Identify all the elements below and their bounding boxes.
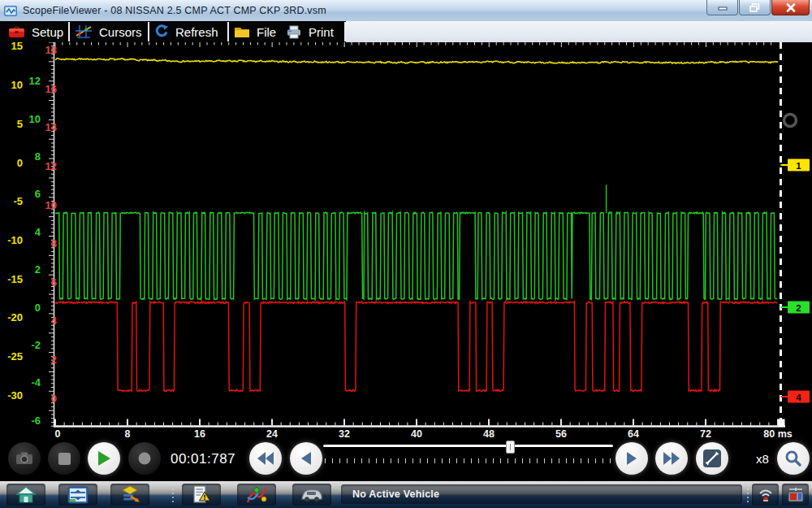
channel-marker-4[interactable]: 4 [781, 391, 810, 403]
close-button[interactable] [771, 0, 810, 15]
wireless-button[interactable] [752, 484, 779, 506]
svg-text:4: 4 [35, 226, 41, 238]
trace-channel-1 [55, 59, 778, 64]
data-graph-button[interactable] [237, 484, 276, 506]
playback-bar: 00:01:787 x8 [0, 439, 812, 481]
menu-refresh-label: Refresh [175, 25, 218, 39]
snapshot-button[interactable] [8, 442, 41, 475]
stop-icon [58, 452, 71, 466]
menu-print[interactable]: Print [286, 21, 334, 42]
menubar: Setup Cursors Refresh File [0, 21, 812, 42]
vehicle-status: No Active Vehicle [341, 484, 742, 504]
restore-icon [749, 3, 760, 12]
svg-text:10: 10 [29, 113, 41, 125]
fast-forward-button[interactable] [655, 442, 688, 475]
minimize-button[interactable] [706, 0, 738, 15]
svg-text:-10: -10 [7, 234, 23, 246]
right-icon [626, 451, 637, 466]
menu-cursors-label: Cursors [99, 25, 142, 39]
data-graph-icon [246, 486, 267, 504]
zoom-button[interactable] [777, 442, 810, 475]
menu-file[interactable]: File [234, 21, 276, 42]
x-tick-label: 0 [55, 428, 61, 439]
x-axis-labels: 08162432404856647280 ms [55, 428, 793, 439]
x-tick-label: 40 [411, 428, 422, 439]
trace-channel-4 [55, 302, 777, 391]
scope-display[interactable]: 08162432404856647280 ms151050-5-10-15-20… [0, 42, 812, 439]
menu-print-label: Print [309, 25, 334, 39]
svg-text:-25: -25 [7, 350, 23, 363]
svg-text:-4: -4 [31, 376, 41, 389]
double-left-icon [257, 451, 274, 466]
svg-text:-6: -6 [31, 415, 41, 427]
menu-file-label: File [257, 25, 276, 39]
record-button[interactable] [128, 442, 161, 475]
x-tick-label: 64 [628, 428, 639, 439]
svg-text:-30: -30 [7, 389, 23, 402]
vehicle-icon [300, 487, 323, 502]
svg-text:12: 12 [45, 160, 57, 172]
taskbar-separator-right [747, 484, 749, 505]
menu-setup-label: Setup [32, 25, 63, 39]
svg-text:0: 0 [35, 302, 41, 314]
connection-button[interactable] [782, 484, 809, 506]
scope-plot: 08162432404856647280 ms151050-5-10-15-20… [0, 42, 812, 439]
menu-setup[interactable]: Setup [8, 21, 63, 42]
y-axis-green-labels: 121086420-2-4-6 [29, 75, 41, 427]
print-icon [286, 25, 302, 39]
svg-text:-5: -5 [13, 195, 23, 207]
svg-text:10: 10 [45, 199, 57, 211]
double-right-icon [663, 451, 680, 466]
vehicle-status-text: No Active Vehicle [352, 488, 439, 500]
svg-text:18: 18 [45, 44, 57, 56]
step-back-button[interactable] [290, 442, 322, 475]
svg-text:14: 14 [45, 121, 58, 133]
step-forward-button[interactable] [615, 442, 648, 475]
play-button[interactable] [88, 442, 120, 475]
svg-text:5: 5 [17, 118, 23, 130]
playback-slider-track[interactable] [323, 445, 613, 447]
close-icon [786, 3, 796, 12]
trace-channel-2 [55, 212, 777, 299]
svg-text:4: 4 [796, 393, 801, 402]
channel-marker-2[interactable]: 2 [781, 302, 810, 314]
vehicle-button[interactable] [292, 484, 331, 506]
svg-text:2: 2 [35, 263, 41, 276]
menu-cursors[interactable]: Cursors [75, 21, 142, 42]
svg-text:8: 8 [35, 150, 41, 163]
left-icon [300, 451, 312, 466]
stop-button[interactable] [48, 442, 80, 475]
rewind-button[interactable] [249, 442, 282, 475]
menu-refresh[interactable]: Refresh [154, 21, 218, 42]
x-tick-label: 8 [125, 428, 131, 439]
file-folder-icon [234, 25, 250, 38]
expand-button[interactable] [696, 442, 728, 475]
svg-text:6: 6 [51, 276, 57, 289]
channel-marker-1[interactable]: 1 [781, 159, 810, 172]
playback-time: 00:01:787 [162, 451, 244, 467]
app-icon [4, 5, 18, 17]
taskbar: No Active Vehicle [0, 481, 812, 508]
cursor-drag-handle[interactable] [784, 115, 797, 127]
scanner-button[interactable] [110, 484, 149, 506]
scope-viewer-button[interactable] [58, 484, 97, 506]
report-icon [192, 485, 210, 504]
record-icon [137, 451, 152, 466]
svg-text:16: 16 [45, 83, 57, 95]
svg-text:-20: -20 [7, 311, 23, 323]
svg-text:1: 1 [796, 161, 801, 171]
restore-button[interactable] [739, 0, 771, 15]
setup-toolbox-icon [8, 25, 25, 38]
svg-text:4: 4 [51, 315, 58, 327]
playback-slider-thumb[interactable] [506, 441, 515, 454]
scanner-icon [119, 485, 140, 504]
x-tick-label: 56 [555, 428, 567, 439]
svg-text:12: 12 [29, 75, 41, 87]
home-icon [16, 486, 36, 503]
svg-text:10: 10 [11, 79, 23, 91]
report-button[interactable] [182, 484, 221, 506]
home-button[interactable] [6, 484, 45, 506]
y-axis-yellow-labels: 151050-5-10-15-20-25-30 [7, 42, 23, 402]
refresh-icon [154, 24, 169, 39]
svg-text:6: 6 [35, 188, 41, 200]
